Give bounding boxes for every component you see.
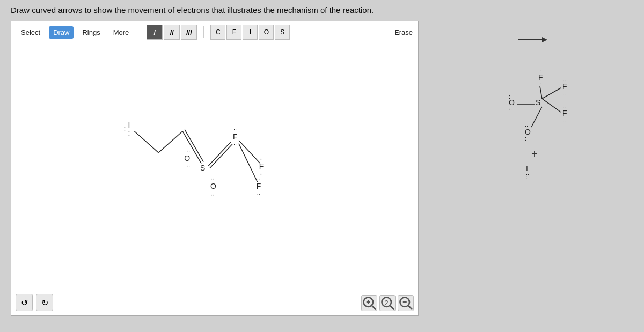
svg-line-9 bbox=[210, 144, 232, 168]
svg-text:F: F bbox=[562, 82, 567, 91]
toolbar-divider-1 bbox=[140, 26, 140, 38]
svg-text:··: ·· bbox=[509, 106, 512, 112]
atom-S-button[interactable]: S bbox=[275, 25, 290, 40]
svg-line-19 bbox=[239, 141, 260, 164]
atom-F-button[interactable]: F bbox=[226, 25, 241, 40]
atom-I-button[interactable]: I bbox=[243, 25, 258, 40]
zoom-out-button[interactable] bbox=[398, 295, 414, 311]
double-bond-button[interactable]: // bbox=[164, 25, 180, 40]
svg-text:O: O bbox=[184, 154, 190, 163]
svg-text:I: I bbox=[128, 121, 130, 129]
svg-line-4 bbox=[158, 131, 182, 153]
main-area: Select Draw Rings More / // /// C F I O … bbox=[11, 21, 633, 316]
instruction-text: Draw curved arrows to show the movement … bbox=[11, 5, 374, 14]
bottom-controls: ↺ ↻ bbox=[16, 294, 53, 311]
triple-bond-button[interactable]: /// bbox=[181, 25, 197, 40]
zoom-reset-icon: 2 bbox=[380, 296, 395, 311]
redo-button[interactable]: ↻ bbox=[36, 294, 53, 311]
zoom-in-icon bbox=[362, 296, 377, 311]
bond-buttons: / // /// bbox=[147, 25, 197, 40]
svg-text:I: I bbox=[526, 164, 528, 173]
svg-line-59 bbox=[531, 107, 542, 127]
svg-text:F: F bbox=[257, 182, 261, 190]
svg-text:O: O bbox=[210, 182, 216, 190]
zoom-in-button[interactable] bbox=[361, 295, 377, 311]
svg-text:F: F bbox=[233, 132, 238, 141]
atom-O-button[interactable]: O bbox=[259, 25, 274, 40]
right-panel: : F : ·· F ·· ·· F ·· : O ·· S ·· O : bbox=[429, 21, 633, 316]
svg-text::: : bbox=[123, 124, 126, 133]
svg-text:F: F bbox=[562, 109, 567, 117]
svg-line-8 bbox=[208, 142, 231, 166]
svg-line-32 bbox=[390, 306, 394, 309]
zoom-out-icon bbox=[398, 296, 413, 311]
svg-text:S: S bbox=[536, 98, 540, 107]
svg-text:2: 2 bbox=[385, 299, 389, 307]
more-button[interactable]: More bbox=[109, 26, 134, 39]
svg-text:··: ·· bbox=[562, 91, 566, 97]
svg-line-56 bbox=[542, 88, 561, 99]
svg-text:F: F bbox=[538, 73, 543, 82]
svg-text:+: + bbox=[531, 148, 538, 160]
molecule-canvas[interactable]: : I : S ·· O ·· ·· O bbox=[11, 43, 418, 315]
svg-text:··: ·· bbox=[211, 175, 214, 182]
drawing-panel: Select Draw Rings More / // /// C F I O … bbox=[11, 21, 419, 316]
canvas-area[interactable]: : I : S ·· O ·· ·· O bbox=[11, 43, 418, 315]
svg-text:··: ·· bbox=[187, 147, 190, 154]
svg-text:··: ·· bbox=[260, 156, 263, 162]
svg-text:··: ·· bbox=[187, 163, 190, 169]
svg-text::: : bbox=[525, 135, 526, 142]
svg-text:F: F bbox=[259, 162, 264, 171]
draw-button[interactable]: Draw bbox=[49, 26, 74, 39]
svg-line-35 bbox=[408, 306, 412, 309]
svg-line-28 bbox=[372, 306, 376, 309]
svg-text:··: ·· bbox=[233, 141, 237, 147]
svg-text::: : bbox=[128, 129, 130, 137]
svg-line-55 bbox=[540, 86, 542, 99]
svg-line-3 bbox=[134, 131, 158, 153]
svg-text:··: ·· bbox=[211, 191, 214, 198]
select-button[interactable]: Select bbox=[17, 26, 45, 39]
zoom-reset-button[interactable]: 2 bbox=[379, 295, 396, 311]
svg-line-23 bbox=[239, 144, 258, 182]
zoom-controls: 2 bbox=[361, 295, 414, 311]
svg-line-57 bbox=[542, 99, 561, 112]
atom-C-button[interactable]: C bbox=[210, 25, 225, 40]
rings-button[interactable]: Rings bbox=[78, 26, 104, 39]
product-molecule: : F : ·· F ·· ·· F ·· : O ·· S ·· O : bbox=[478, 64, 585, 182]
erase-button[interactable]: Erase bbox=[394, 28, 413, 36]
svg-text:S: S bbox=[200, 164, 205, 172]
svg-text::: : bbox=[526, 174, 528, 180]
svg-text:··: ·· bbox=[257, 175, 260, 182]
toolbar-divider-2 bbox=[203, 26, 204, 38]
single-bond-button[interactable]: / bbox=[147, 25, 163, 40]
toolbar: Select Draw Rings More / // /// C F I O … bbox=[11, 21, 418, 43]
svg-text:··: ·· bbox=[233, 126, 237, 132]
reaction-arrow bbox=[515, 32, 547, 48]
svg-text:··: ·· bbox=[257, 191, 260, 197]
atom-buttons: C F I O S bbox=[210, 25, 290, 40]
svg-text:··: ·· bbox=[562, 117, 566, 124]
svg-marker-38 bbox=[542, 37, 547, 42]
undo-button[interactable]: ↺ bbox=[16, 294, 33, 311]
